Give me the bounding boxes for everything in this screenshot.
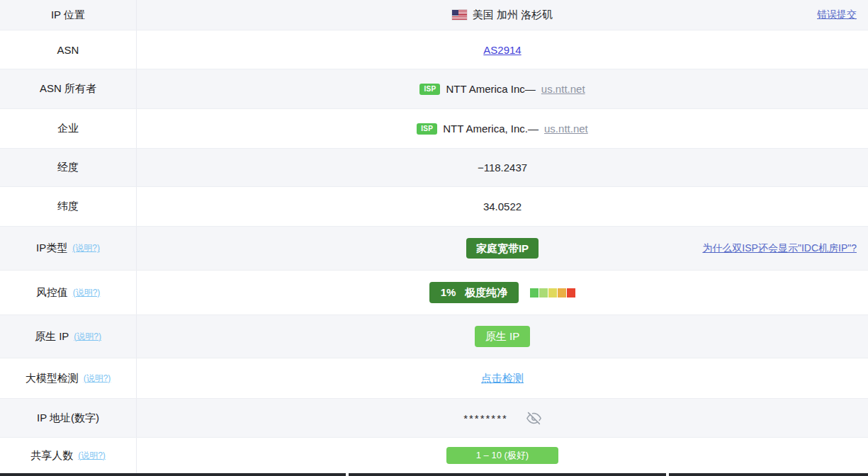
us-flag-icon (452, 10, 467, 20)
longitude-value-cell: −118.2437 (137, 149, 868, 186)
isp-badge: ISP (417, 123, 437, 135)
risk-badge: 1% 极度纯净 (429, 282, 519, 302)
asn-value-cell: AS2914 (137, 30, 868, 69)
row-asn: ASN AS2914 (0, 30, 868, 69)
latitude-value: 34.0522 (483, 200, 522, 212)
enterprise-label: 企业 (0, 109, 137, 148)
isp-badge: ISP (419, 84, 440, 95)
native-ip-label-cell: 原生 IP (说明?) (0, 315, 137, 358)
llm-detect-action-link[interactable]: 点击检测 (481, 372, 524, 385)
dual-isp-question-link[interactable]: 为什么双ISP还会显示"IDC机房IP"? (702, 242, 857, 255)
ip-location-value-cell: 美国 加州 洛杉矶 错误提交 (137, 0, 868, 30)
ip-type-label: IP类型 (36, 242, 67, 255)
row-shared-count: 共享人数 (说明?) 1 – 10 (极好) (0, 438, 868, 473)
longitude-label: 经度 (0, 149, 137, 186)
shared-label: 共享人数 (30, 449, 73, 463)
bottom-divider-bar (0, 473, 868, 476)
native-ip-label: 原生 IP (35, 330, 69, 344)
ip-type-hint-link[interactable]: (说明?) (72, 242, 100, 254)
row-ip-type: IP类型 (说明?) 家庭宽带IP 为什么双ISP还会显示"IDC机房IP"? (0, 227, 868, 271)
ip-location-label: IP 位置 (0, 0, 137, 30)
row-native-ip: 原生 IP (说明?) 原生 IP (0, 315, 868, 358)
risk-level: 极度纯净 (465, 286, 507, 298)
risk-scale-segment (530, 288, 539, 298)
asn-owner-value-cell: ISP NTT America Inc— us.ntt.net (137, 69, 868, 108)
risk-scale-segment (558, 288, 566, 298)
row-longitude: 经度 −118.2437 (0, 149, 868, 187)
shared-value-cell: 1 – 10 (极好) (137, 438, 868, 473)
error-submit-link[interactable]: 错误提交 (817, 8, 857, 21)
row-ip-location: IP 位置 美国 加州 洛杉矶 错误提交 (0, 0, 868, 30)
row-asn-owner: ASN 所有者 ISP NTT America Inc— us.ntt.net (0, 69, 868, 109)
row-enterprise: 企业 ISP NTT America, Inc.— us.ntt.net (0, 109, 868, 149)
longitude-value: −118.2437 (478, 162, 527, 174)
ip-number-label: IP 地址(数字) (0, 399, 137, 437)
asn-owner-label: ASN 所有者 (0, 69, 137, 108)
enterprise-domain-link[interactable]: us.ntt.net (544, 123, 588, 135)
llm-detect-hint-link[interactable]: (说明?) (84, 373, 111, 385)
llm-detect-label-cell: 大模型检测 (说明?) (0, 358, 137, 398)
row-latitude: 纬度 34.0522 (0, 187, 868, 227)
asn-label: ASN (0, 30, 137, 69)
enterprise-name: NTT America, Inc.— (443, 123, 539, 135)
asn-owner-name: NTT America Inc— (446, 83, 535, 95)
native-ip-value-cell: 原生 IP (137, 315, 868, 358)
latitude-value-cell: 34.0522 (137, 187, 868, 226)
row-ip-number: IP 地址(数字) ******** (0, 399, 868, 438)
ip-info-table: IP 位置 美国 加州 洛杉矶 错误提交 ASN AS2914 ASN 所有者 … (0, 0, 868, 476)
row-llm-detect: 大模型检测 (说明?) 点击检测 (0, 358, 868, 399)
risk-value-cell: 1% 极度纯净 (137, 271, 868, 314)
risk-scale-segment (539, 288, 548, 298)
ip-number-value-cell: ******** (137, 399, 868, 437)
risk-percent: 1% (441, 286, 456, 298)
ip-type-badge: 家庭宽带IP (466, 238, 539, 259)
risk-scale-segment (548, 288, 557, 298)
asn-link[interactable]: AS2914 (483, 44, 521, 56)
llm-detect-label: 大模型检测 (26, 372, 79, 385)
ip-number-masked-value: ******** (463, 412, 508, 424)
risk-label: 风控值 (36, 286, 68, 300)
eye-off-icon[interactable] (526, 411, 541, 426)
risk-hint-link[interactable]: (说明?) (73, 287, 101, 299)
risk-scale-segment (567, 288, 575, 298)
ip-type-value-cell: 家庭宽带IP 为什么双ISP还会显示"IDC机房IP"? (137, 227, 868, 270)
enterprise-value-cell: ISP NTT America, Inc.— us.ntt.net (137, 109, 868, 148)
ip-location-value: 美国 加州 洛杉矶 (473, 8, 553, 22)
risk-label-cell: 风控值 (说明?) (0, 271, 137, 314)
risk-color-scale (530, 288, 575, 298)
latitude-label: 纬度 (0, 187, 137, 226)
asn-owner-domain-link[interactable]: us.ntt.net (541, 83, 585, 95)
ip-type-label-cell: IP类型 (说明?) (0, 227, 137, 270)
row-risk-score: 风控值 (说明?) 1% 极度纯净 (0, 271, 868, 315)
native-ip-badge: 原生 IP (475, 326, 530, 348)
shared-count-badge: 1 – 10 (极好) (446, 447, 558, 464)
shared-label-cell: 共享人数 (说明?) (0, 438, 137, 473)
llm-detect-value-cell: 点击检测 (137, 358, 868, 398)
shared-hint-link[interactable]: (说明?) (78, 450, 106, 462)
native-ip-hint-link[interactable]: (说明?) (74, 331, 101, 343)
